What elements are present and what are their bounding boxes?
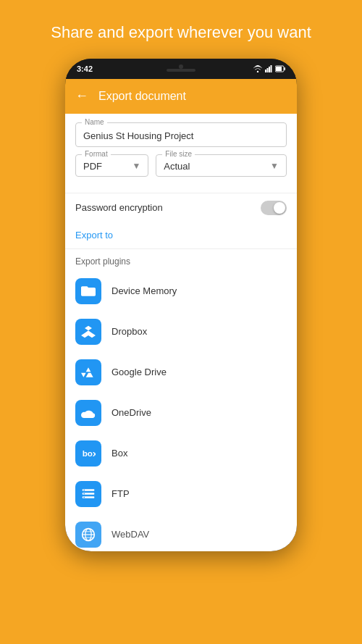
battery-icon [275,65,285,72]
signal-icon [265,65,272,72]
form-section: Name Genius St Housing Project Format PD… [65,114,297,193]
plugin-item-google-drive[interactable]: Google Drive [65,352,297,393]
plugin-icon-google-drive [75,359,101,385]
toggle-knob [274,202,285,214]
export-to-section: Export to [65,222,297,249]
folder-icon [81,284,96,298]
plugin-item-dropbox[interactable]: Dropbox [65,311,297,352]
svg-rect-7 [276,67,282,71]
plugin-item-onedrive[interactable]: OneDrive [65,393,297,433]
format-dropdown-arrow: ▼ [132,161,140,171]
svg-point-13 [83,493,85,495]
header-title: Export document [98,90,186,103]
name-value: Genius St Housing Project [83,130,193,141]
plugin-item-box[interactable]: box Box [65,433,297,474]
plugin-name-onedrive: OneDrive [111,407,151,418]
name-field[interactable]: Name Genius St Housing Project [75,122,287,147]
plugin-icon-dropbox [75,319,101,345]
format-value: PDF [83,161,102,172]
plugin-name-webdav: WebDAV [111,529,149,540]
plugin-icon-device-memory [75,278,101,304]
svg-rect-6 [285,67,286,70]
filesize-select[interactable]: File size Actual ▼ [156,154,287,177]
plugin-name-google-drive: Google Drive [111,367,167,377]
export-to-link[interactable]: Export to [75,230,113,241]
filesize-label: File size [162,150,195,158]
svg-rect-4 [271,65,272,72]
svg-point-0 [257,71,258,72]
plugin-item-webdav[interactable]: WebDAV [65,514,297,551]
format-label: Format [82,150,111,158]
onedrive-icon [81,406,96,420]
format-select[interactable]: Format PDF ▼ [75,154,148,177]
password-label: Password encryption [75,202,163,213]
filesize-value: Actual [164,161,190,172]
app-content: Name Genius St Housing Project Format PD… [65,114,297,551]
plugin-icon-box: box [75,440,101,467]
plugin-name-ftp: FTP [111,488,130,499]
speaker-bar [167,69,195,72]
filesize-dropdown-arrow: ▼ [270,161,279,171]
svg-rect-2 [267,68,269,72]
plugin-name-dropbox: Dropbox [111,326,147,337]
wifi-icon [253,65,262,72]
drive-icon [81,365,96,380]
plugins-section-label: Export plugins [65,249,297,271]
plugin-name-box: Box [111,448,127,459]
plugin-icon-webdav [75,522,101,548]
webdav-icon [81,527,96,542]
svg-point-12 [83,490,85,491]
password-row: Password encryption [65,193,297,222]
plugin-icon-onedrive [75,400,101,426]
password-toggle[interactable] [261,201,287,215]
svg-rect-3 [269,67,270,72]
plugins-label: Export plugins [75,256,130,267]
app-header: ← Export document [65,79,297,114]
dropbox-icon [81,325,96,339]
status-icons [253,65,285,72]
ftp-icon [81,487,96,501]
status-time: 3:42 [77,64,93,73]
phone-frame: 3:42 ← Export document [65,59,297,551]
page-title: Share and export wherever you want [22,0,340,59]
plugin-item-ftp[interactable]: FTP [65,474,297,514]
svg-text:box: box [83,448,96,458]
svg-rect-1 [265,70,266,72]
name-label: Name [82,118,107,126]
format-filesize-row: Format PDF ▼ File size Actual ▼ [75,154,287,177]
box-icon: box [81,446,96,461]
plugin-icon-ftp [75,481,101,507]
back-button[interactable]: ← [75,88,88,104]
plugin-name-device-memory: Device Memory [111,285,177,296]
svg-point-14 [83,497,85,498]
plugin-list: Device Memory Dropbox Google Drive [65,271,297,551]
plugin-item-device-memory[interactable]: Device Memory [65,271,297,311]
